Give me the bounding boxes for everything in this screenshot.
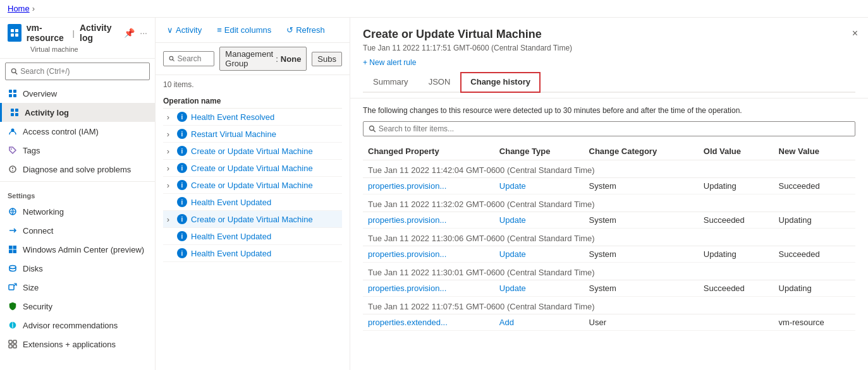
iam-icon [8, 126, 18, 136]
col-change-category: Change Category [584, 143, 699, 160]
list-item[interactable]: i Health Event Updated [163, 245, 342, 262]
activity-log-icon [9, 107, 20, 117]
advisor-icon: i [8, 320, 18, 330]
edit-columns-btn[interactable]: ≡ Edit columns [213, 23, 275, 37]
refresh-btn[interactable]: ↺ Refresh [283, 23, 329, 37]
svg-rect-13 [15, 113, 18, 116]
list-item[interactable]: › i Health Event Resolved [163, 109, 342, 126]
security-icon [8, 301, 18, 311]
list-item[interactable]: › i Create or Update Virtual Machine [163, 143, 342, 160]
sidebar-nav: Overview Activity log Access control (IA… [0, 84, 155, 370]
sidebar-item-disks[interactable]: Disks [0, 259, 155, 278]
change-data-row[interactable]: properties.provision... Update System Up… [363, 178, 855, 194]
sidebar-item-label: Diagnose and solve problems [23, 165, 131, 174]
change-data-row[interactable]: properties.provision... Update System Su… [363, 280, 855, 297]
list-item[interactable]: › i Restart Virtual Machine [163, 126, 342, 143]
filter-label: Management Group [225, 49, 273, 68]
detail-description: The following changes to this resource w… [363, 106, 855, 115]
sidebar-item-label: Networking [23, 207, 64, 217]
sidebar-item-label: Tags [23, 146, 40, 155]
list-item[interactable]: i Health Event Updated [163, 194, 342, 211]
sidebar-search-box[interactable] [5, 63, 150, 80]
svg-line-33 [173, 59, 174, 61]
svg-rect-0 [11, 29, 14, 32]
sidebar-item-access-control[interactable]: Access control (IAM) [0, 122, 155, 141]
svg-rect-20 [9, 246, 13, 249]
category-value: System [584, 212, 699, 229]
sidebar-item-label: Advisor recommendations [23, 321, 118, 330]
sidebar-header: vm-resource | Activity log 📌 ··· Virtual… [0, 18, 155, 59]
subscription-filter[interactable]: Subs [312, 52, 342, 66]
more-icon[interactable]: ··· [140, 28, 147, 38]
sidebar-item-windows-admin[interactable]: Windows Admin Center (preview) [0, 240, 155, 259]
svg-rect-11 [15, 109, 18, 112]
change-type-value: Update [494, 280, 584, 297]
svg-rect-6 [9, 90, 12, 93]
sidebar-item-extensions[interactable]: Extensions + applications [0, 335, 155, 354]
sidebar-item-overview[interactable]: Overview [0, 84, 155, 103]
sidebar-item-advisor[interactable]: i Advisor recommendations [0, 316, 155, 335]
breadcrumb-home[interactable]: Home [8, 4, 30, 13]
svg-rect-30 [9, 345, 12, 348]
overview-icon [8, 88, 18, 98]
page-title: Activity log [80, 23, 116, 43]
resource-name: vm-resource [27, 23, 68, 43]
item-label: Create or Update Virtual Machine [191, 181, 313, 190]
category-value: System [584, 246, 699, 263]
list-item[interactable]: › i Create or Update Virtual Machine [163, 177, 342, 194]
search-filter-input[interactable] [177, 54, 209, 63]
change-group-row: Tue Jan 11 2022 11:42:04 GMT-0600 (Centr… [363, 160, 855, 178]
svg-line-35 [373, 129, 375, 131]
change-data-row[interactable]: properties.provision... Update System Su… [363, 212, 855, 229]
sidebar-item-security[interactable]: Security [0, 297, 155, 316]
sidebar-item-label: Access control (IAM) [23, 127, 99, 136]
change-group-row: Tue Jan 11 2022 11:30:01 GMT-0600 (Centr… [363, 263, 855, 280]
search-input[interactable] [20, 67, 144, 76]
svg-rect-28 [9, 340, 12, 343]
close-button[interactable]: × [852, 28, 858, 39]
svg-rect-2 [11, 33, 14, 37]
pin-icon[interactable]: 📌 [124, 28, 135, 38]
filter-items-input[interactable] [379, 124, 850, 133]
content-filters: Management Group : None Subs [156, 43, 350, 75]
list-item[interactable]: › i Create or Update Virtual Machine [163, 160, 342, 177]
sidebar-item-size[interactable]: Size [0, 278, 155, 297]
detail-actions: + New alert rule [363, 57, 855, 67]
svg-point-15 [11, 148, 12, 150]
detail-title: Create or Update Virtual Machine [363, 28, 572, 41]
sidebar-item-activity-log[interactable]: Activity log [0, 103, 155, 122]
svg-rect-12 [11, 113, 14, 116]
change-data-row[interactable]: properties.extended... Add User vm-resou… [363, 314, 855, 331]
filter-search-box[interactable] [163, 51, 214, 66]
sidebar-item-networking[interactable]: Networking [0, 202, 155, 221]
resource-icon [8, 24, 21, 42]
property-value[interactable]: properties.provision... [363, 212, 494, 229]
property-value[interactable]: properties.extended... [363, 314, 494, 331]
svg-rect-25 [9, 285, 14, 290]
category-value: System [584, 280, 699, 297]
item-label: Create or Update Virtual Machine [191, 215, 313, 224]
list-item[interactable]: i Health Event Updated [163, 228, 342, 245]
property-value[interactable]: properties.provision... [363, 280, 494, 297]
property-value[interactable]: properties.provision... [363, 246, 494, 263]
tab-summary[interactable]: Summary [363, 72, 419, 93]
col-old-value: Old Value [699, 143, 774, 160]
col-changed-property: Changed Property [363, 143, 494, 160]
activity-btn[interactable]: ∨ Activity [163, 23, 205, 37]
size-icon [8, 282, 18, 292]
management-group-filter[interactable]: Management Group : None [219, 47, 307, 71]
sidebar-item-tags[interactable]: Tags [0, 141, 155, 160]
sidebar-item-label: Windows Admin Center (preview) [23, 245, 144, 254]
property-value[interactable]: properties.provision... [363, 178, 494, 194]
tab-change-history[interactable]: Change history [460, 72, 541, 93]
sidebar-item-diagnose[interactable]: Diagnose and solve problems [0, 160, 155, 179]
svg-point-32 [169, 56, 173, 60]
tab-json[interactable]: JSON [419, 72, 461, 93]
svg-rect-1 [15, 29, 18, 32]
change-data-row[interactable]: properties.provision... Update System Up… [363, 246, 855, 263]
sidebar-item-connect[interactable]: Connect [0, 221, 155, 240]
list-item[interactable]: › i Create or Update Virtual Machine [163, 211, 342, 228]
new-alert-link[interactable]: + New alert rule [363, 58, 416, 67]
item-label: Create or Update Virtual Machine [191, 164, 313, 173]
detail-filter-box[interactable] [363, 121, 855, 136]
